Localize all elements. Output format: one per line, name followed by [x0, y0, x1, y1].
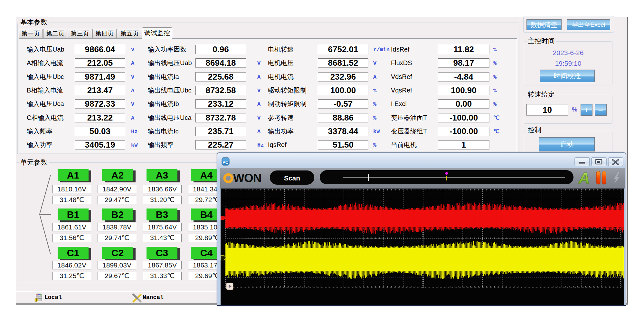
svg-text:WON: WON	[233, 171, 261, 185]
svg-text:Scan: Scan	[284, 174, 300, 182]
svg-text:PC: PC	[223, 160, 229, 165]
svg-text:A: A	[578, 170, 590, 187]
